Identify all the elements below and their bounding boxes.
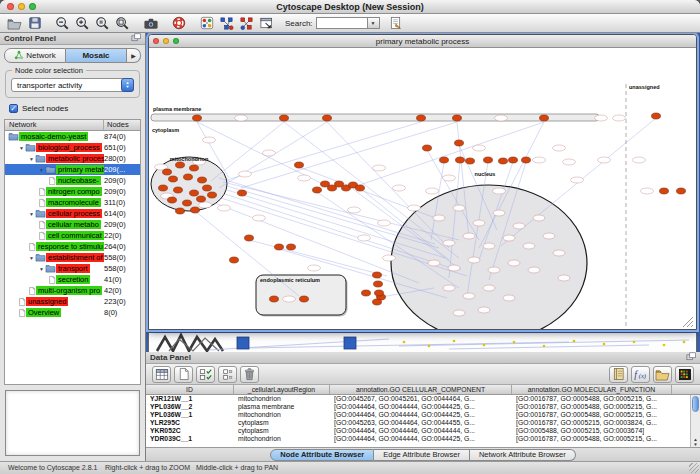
tree-column-nodes[interactable]: Nodes bbox=[104, 120, 140, 130]
network-canvas[interactable]: plasma membranecytoplasmmitochondrionnuc… bbox=[149, 48, 696, 329]
tab-network-attribute-browser[interactable]: Network Attribute Browser bbox=[470, 449, 576, 461]
network-node[interactable] bbox=[440, 157, 449, 163]
network-node[interactable] bbox=[203, 185, 212, 191]
node-color-dropdown[interactable]: transporter activity ▲▼ bbox=[11, 78, 134, 92]
new-attribute-icon[interactable] bbox=[174, 366, 193, 383]
network-node[interactable] bbox=[660, 188, 669, 194]
network-node[interactable] bbox=[208, 192, 217, 198]
network-node[interactable] bbox=[323, 115, 332, 121]
tree-row[interactable]: secretion41(0) bbox=[5, 274, 140, 285]
expander-icon[interactable]: ▼ bbox=[18, 145, 25, 151]
manage-windows-icon[interactable] bbox=[257, 15, 276, 31]
vizmapper-icon[interactable] bbox=[197, 15, 216, 31]
expander-icon[interactable]: ▼ bbox=[28, 255, 35, 261]
zoom-fit-icon[interactable] bbox=[113, 15, 132, 31]
float-panel-icon[interactable] bbox=[686, 352, 696, 363]
tree-row[interactable]: ▼establishment of lo558(0) bbox=[5, 252, 140, 263]
network-node[interactable] bbox=[191, 207, 200, 213]
table-row[interactable]: YLR295Ccytoplasm[GO:0045263, GO:0044464,… bbox=[146, 419, 700, 427]
tree-column-network[interactable]: Network bbox=[5, 120, 104, 130]
save-icon[interactable] bbox=[25, 15, 44, 31]
tab-network[interactable]: Network bbox=[4, 48, 66, 63]
column-header[interactable]: annotation.GO MOLECULAR_FUNCTION bbox=[512, 385, 672, 394]
scrollbar-thumb[interactable] bbox=[692, 396, 699, 412]
minimize-button[interactable] bbox=[18, 3, 25, 10]
float-panel-icon[interactable] bbox=[131, 33, 141, 44]
network-node[interactable] bbox=[540, 115, 549, 121]
network-node[interactable] bbox=[652, 113, 661, 119]
tree-row[interactable]: ▼metabolic process280(0) bbox=[5, 153, 140, 164]
tree-row[interactable]: nitrogen compo209(0) bbox=[5, 186, 140, 197]
network-node[interactable] bbox=[466, 158, 475, 164]
table-row[interactable]: YKR052Ccytoplasm[GO:0044464, GO:0044446,… bbox=[146, 427, 700, 435]
network-node[interactable] bbox=[198, 177, 207, 183]
network-node[interactable] bbox=[677, 188, 686, 194]
network-node[interactable] bbox=[453, 115, 462, 121]
network-node[interactable] bbox=[176, 162, 185, 168]
network-node[interactable] bbox=[509, 157, 518, 163]
tree-row[interactable]: ▼transport558(0) bbox=[5, 263, 140, 274]
column-header[interactable]: ID bbox=[146, 385, 234, 394]
layout-organic-icon[interactable] bbox=[237, 15, 256, 31]
network-node[interactable] bbox=[373, 299, 382, 305]
tree-row[interactable]: Overview8(0) bbox=[5, 307, 140, 318]
network-window-titlebar[interactable]: primary metabolic process bbox=[149, 35, 696, 48]
network-node[interactable] bbox=[163, 169, 172, 175]
scrollbar-arrows[interactable]: ▲▼ bbox=[691, 437, 700, 447]
network-node[interactable] bbox=[484, 157, 493, 163]
matrix-icon[interactable] bbox=[675, 366, 694, 383]
tree-row[interactable]: ▼cellular process614(0) bbox=[5, 208, 140, 219]
resize-grip-icon[interactable] bbox=[689, 463, 699, 473]
expander-icon[interactable]: ▼ bbox=[28, 156, 35, 162]
delete-attribute-icon[interactable] bbox=[240, 366, 259, 383]
network-node[interactable] bbox=[169, 176, 178, 182]
network-node[interactable] bbox=[295, 162, 304, 168]
tree-row[interactable]: ▼biological_process651(0) bbox=[5, 142, 140, 153]
column-header[interactable]: annotation.GO CELLULAR_COMPONENT bbox=[330, 385, 512, 394]
nucleus-region[interactable] bbox=[391, 185, 587, 329]
network-node[interactable] bbox=[230, 257, 239, 263]
zoom-in-icon[interactable] bbox=[73, 15, 92, 31]
network-node[interactable] bbox=[499, 158, 508, 164]
network-node[interactable] bbox=[168, 197, 177, 203]
network-node[interactable] bbox=[159, 185, 168, 191]
tree-row[interactable]: unassigned223(0) bbox=[5, 296, 140, 307]
network-node[interactable] bbox=[456, 157, 465, 163]
tree-row[interactable]: cellular metabo209(0) bbox=[5, 219, 140, 230]
snapshot-icon[interactable] bbox=[141, 15, 160, 31]
table-row[interactable]: YPL036W__1mitochondrion[GO:0044464, GO:0… bbox=[146, 411, 700, 419]
select-nodes-checkbox[interactable]: ✓ bbox=[9, 104, 18, 113]
network-node[interactable] bbox=[423, 145, 432, 151]
tree-row[interactable]: multi-organism pro42(0) bbox=[5, 285, 140, 296]
plasma-membrane-region[interactable] bbox=[151, 114, 599, 121]
layout-grid-icon[interactable] bbox=[217, 15, 236, 31]
search-dropdown-arrow[interactable]: ▼ bbox=[368, 17, 380, 29]
network-node[interactable] bbox=[373, 272, 382, 278]
birdseye-view[interactable] bbox=[5, 390, 140, 456]
search-config-icon[interactable] bbox=[386, 15, 405, 31]
tree-row[interactable]: response to stimulu264(0) bbox=[5, 241, 140, 252]
tree-row[interactable]: nucleobase-209(0) bbox=[5, 175, 140, 186]
tab-node-attribute-browser[interactable]: Node Attribute Browser bbox=[270, 449, 374, 461]
unselect-attributes-icon[interactable] bbox=[218, 366, 237, 383]
tab-scroll-right-icon[interactable]: ▶ bbox=[127, 48, 141, 63]
zoom-out-icon[interactable] bbox=[53, 15, 72, 31]
network-node[interactable] bbox=[190, 165, 199, 171]
network-node[interactable] bbox=[362, 290, 371, 296]
zoom-button[interactable] bbox=[29, 3, 36, 10]
expander-icon[interactable]: ▼ bbox=[28, 211, 35, 217]
network-node[interactable] bbox=[300, 296, 309, 302]
network-node[interactable] bbox=[238, 190, 247, 196]
network-node[interactable] bbox=[193, 115, 202, 121]
formula-builder-icon[interactable]: f(x) bbox=[631, 366, 650, 383]
network-node[interactable] bbox=[176, 208, 185, 214]
network-node[interactable] bbox=[245, 235, 254, 241]
attribute-table-icon[interactable] bbox=[152, 366, 171, 383]
table-row[interactable]: YPL036W__2plasma membrane[GO:0044464, GO… bbox=[146, 403, 700, 411]
tree-row[interactable]: ▼primary metabo209(... bbox=[5, 164, 140, 175]
search-input[interactable] bbox=[316, 17, 368, 29]
close-button[interactable] bbox=[7, 3, 14, 10]
tab-mosaic[interactable]: Mosaic bbox=[66, 48, 127, 63]
table-scrollbar[interactable]: ▲▼ bbox=[690, 395, 700, 447]
help-icon[interactable] bbox=[169, 15, 188, 31]
